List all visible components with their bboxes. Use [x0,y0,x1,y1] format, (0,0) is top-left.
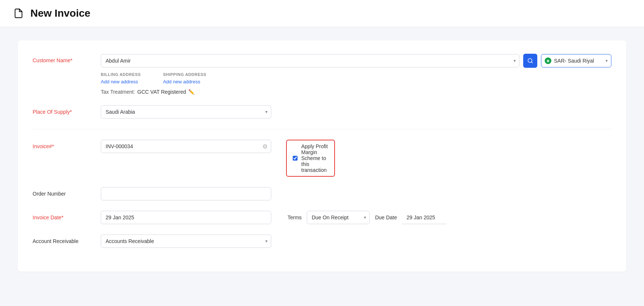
account-receivable-select[interactable]: Accounts ReceivableCashBank [101,235,271,248]
invoice-date-row: Invoice Date* Terms Due On ReceiptNet 30… [33,211,611,224]
page-title: New Invoice [30,7,90,19]
tax-treatment-edit-icon[interactable]: ✏️ [188,89,195,95]
invoice-number-row: Invoice#* ⚙ Apply Profit Margin Scheme t… [33,140,611,177]
billing-address-block: BILLING ADDRESS Add new address [101,72,141,84]
tax-treatment-value: GCC VAT Registered [137,89,186,95]
shipping-add-new-link[interactable]: Add new address [163,79,206,84]
terms-section: Terms Due On ReceiptNet 30Net 60Net 90 ▾… [288,211,447,224]
invoice-number-label: Invoice#* [33,140,92,149]
address-row: BILLING ADDRESS Add new address SHIPPING… [101,72,611,84]
terms-select[interactable]: Due On ReceiptNet 30Net 60Net 90 [307,211,370,224]
order-number-controls [101,187,611,200]
tax-treatment-label: Tax Treatment: [101,89,135,95]
page-header: New Invoice [0,0,644,27]
supply-select-wrap: Saudi ArabiaUAEKuwaitBahrain ▾ [101,105,271,119]
currency-select[interactable]: SAR- Saudi RiyalUSD- US DollarEUR- Euro [541,54,611,67]
account-receivable-label: Account Receivable [33,235,92,244]
place-of-supply-label: Place Of Supply* [33,105,92,115]
tax-treatment-row: Tax Treatment: GCC VAT Registered ✏️ [101,89,611,95]
profit-margin-container[interactable]: Apply Profit Margin Scheme to this trans… [286,140,335,177]
order-number-label: Order Number [33,187,92,197]
svg-line-1 [531,62,532,63]
invoice-date-label: Invoice Date* [33,211,92,220]
order-number-row: Order Number [33,187,611,200]
invoice-number-wrap: ⚙ [101,140,271,153]
main-content: Customer Name* Abdul Amir ▾ [0,27,644,285]
place-of-supply-row: Place Of Supply* Saudi ArabiaUAEKuwaitBa… [33,105,611,119]
invoice-date-input[interactable] [101,211,271,224]
invoice-right: Apply Profit Margin Scheme to this trans… [286,140,335,177]
invoice-number-input[interactable] [101,140,271,153]
customer-name-controls: Abdul Amir ▾ SAR- Saudi RiyalUSD- US Dol… [101,54,611,95]
invoice-settings-icon[interactable]: ⚙ [262,143,268,150]
due-date-value: 29 Jan 2025 [402,211,447,224]
shipping-address-label: SHIPPING ADDRESS [163,72,206,77]
document-icon [12,7,25,20]
invoice-section: ⚙ Apply Profit Margin Scheme to this tra… [101,140,331,177]
place-of-supply-controls: Saudi ArabiaUAEKuwaitBahrain ▾ [101,105,611,119]
due-date-label: Due Date [375,214,397,220]
customer-search-button[interactable] [523,54,537,68]
customer-input-row: Abdul Amir ▾ SAR- Saudi RiyalUSD- US Dol… [101,54,611,68]
customer-select-wrap: Abdul Amir ▾ [101,54,519,67]
customer-name-select[interactable]: Abdul Amir [101,54,519,67]
invoice-date-controls: Terms Due On ReceiptNet 30Net 60Net 90 ▾… [101,211,447,224]
profit-margin-label: Apply Profit Margin Scheme to this trans… [301,143,328,173]
profit-margin-checkbox[interactable] [293,155,298,162]
currency-select-wrap: SAR- Saudi RiyalUSD- US DollarEUR- Euro … [541,54,611,67]
shipping-address-block: SHIPPING ADDRESS Add new address [163,72,206,84]
account-receivable-row: Account Receivable Accounts ReceivableCa… [33,235,611,248]
invoice-left: ⚙ [101,140,271,153]
customer-name-row: Customer Name* Abdul Amir ▾ [33,54,611,95]
account-select-wrap: Accounts ReceivableCashBank ▾ [101,235,271,248]
account-receivable-controls: Accounts ReceivableCashBank ▾ [101,235,611,248]
billing-address-label: BILLING ADDRESS [101,72,141,77]
billing-add-new-link[interactable]: Add new address [101,79,141,84]
terms-select-wrap: Due On ReceiptNet 30Net 60Net 90 ▾ [307,211,370,224]
section-divider [33,129,611,129]
order-number-input[interactable] [101,187,271,200]
invoice-form: Customer Name* Abdul Amir ▾ [18,40,626,272]
place-of-supply-select[interactable]: Saudi ArabiaUAEKuwaitBahrain [101,105,271,119]
customer-name-label: Customer Name* [33,54,92,63]
terms-label: Terms [288,214,302,220]
